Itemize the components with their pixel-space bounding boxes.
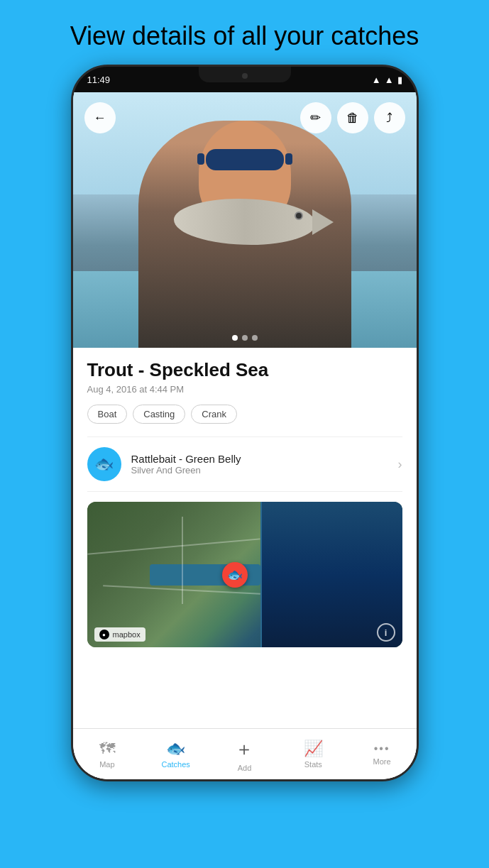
wifi-icon: ▲ [372, 75, 381, 85]
map-road-3 [182, 517, 183, 604]
map-pin-icon: 🐟 [227, 567, 243, 583]
battery-icon: ▮ [397, 75, 402, 85]
stats-nav-label: Stats [304, 760, 322, 769]
map-road-1 [87, 538, 260, 554]
bait-color: Silver And Green [131, 465, 398, 476]
fish-body [174, 199, 316, 245]
fish-title: Trout - Speckled Sea [87, 359, 402, 381]
map-container[interactable]: 🐟 ● mapbox i [87, 502, 402, 647]
action-bar: ← ✏ 🗑 ⤴ [73, 92, 417, 143]
dot-1[interactable] [232, 335, 238, 341]
more-nav-icon: ••• [374, 742, 390, 755]
delete-button[interactable]: 🗑 [337, 102, 368, 133]
share-icon: ⤴ [386, 111, 392, 126]
headline: View details of all your catches [42, 20, 448, 52]
tags-row: Boat Casting Crank [87, 405, 402, 424]
content-area: Trout - Speckled Sea Aug 4, 2016 at 4:44… [73, 348, 417, 492]
fish-eye [295, 211, 303, 220]
mapbox-logo: ● mapbox [94, 627, 145, 642]
bait-icon: 🐟 [87, 447, 121, 481]
signal-icon: ▲ [385, 75, 394, 85]
right-actions: ✏ 🗑 ⤴ [300, 102, 405, 133]
bottom-nav: 🗺 Map 🐟 Catches ＋ Add 📈 Stats ••• More [73, 728, 417, 779]
image-dots [232, 335, 258, 341]
phone-notch [199, 67, 291, 82]
tag-boat[interactable]: Boat [87, 405, 128, 424]
map-background: 🐟 ● mapbox i [87, 502, 402, 647]
app-screen: ← ✏ 🗑 ⤴ [73, 92, 417, 779]
nav-item-catches[interactable]: 🐟 Catches [151, 740, 201, 769]
back-button[interactable]: ← [84, 102, 116, 133]
bait-fish-icon: 🐟 [94, 455, 114, 473]
nav-item-add[interactable]: ＋ Add [219, 737, 269, 772]
mapbox-logo-icon: ● [99, 630, 109, 639]
add-nav-icon: ＋ [235, 737, 253, 762]
map-info-button[interactable]: i [377, 623, 395, 642]
power-button [417, 209, 419, 251]
camera [242, 73, 248, 79]
mapbox-label: mapbox [113, 630, 141, 639]
bait-chevron-icon: › [398, 457, 402, 472]
edit-button[interactable]: ✏ [300, 102, 331, 133]
map-nav-label: Map [99, 760, 114, 769]
sunglasses [206, 149, 284, 170]
hero-image: ← ✏ 🗑 ⤴ [73, 92, 417, 348]
dot-2[interactable] [242, 335, 248, 341]
nav-item-more[interactable]: ••• More [357, 742, 407, 766]
bait-info: Rattlebait - Green Belly Silver And Gree… [131, 453, 398, 476]
phone-frame: 11:49 ▲ ▲ ▮ [71, 65, 419, 781]
catches-nav-icon: 🐟 [166, 740, 185, 758]
stats-nav-icon: 📈 [304, 740, 323, 758]
status-icons: ▲ ▲ ▮ [372, 75, 402, 85]
bait-row[interactable]: 🐟 Rattlebait - Green Belly Silver And Gr… [87, 436, 402, 492]
more-nav-label: More [373, 757, 391, 766]
catches-nav-label: Catches [162, 760, 190, 769]
edit-icon: ✏ [310, 110, 321, 126]
map-pin: 🐟 [222, 562, 248, 588]
dot-3[interactable] [252, 335, 258, 341]
nav-item-map[interactable]: 🗺 Map [82, 740, 132, 769]
map-nav-icon: 🗺 [99, 740, 115, 758]
tag-casting[interactable]: Casting [133, 405, 185, 424]
back-icon: ← [94, 111, 106, 126]
nav-item-stats[interactable]: 📈 Stats [288, 740, 338, 769]
delete-icon: 🗑 [346, 111, 359, 126]
add-nav-label: Add [238, 764, 252, 772]
bait-name: Rattlebait - Green Belly [131, 453, 398, 465]
status-time: 11:49 [87, 75, 111, 85]
tag-crank[interactable]: Crank [191, 405, 237, 424]
catch-date: Aug 4, 2016 at 4:44 PM [87, 384, 402, 395]
share-button[interactable]: ⤴ [374, 102, 405, 133]
